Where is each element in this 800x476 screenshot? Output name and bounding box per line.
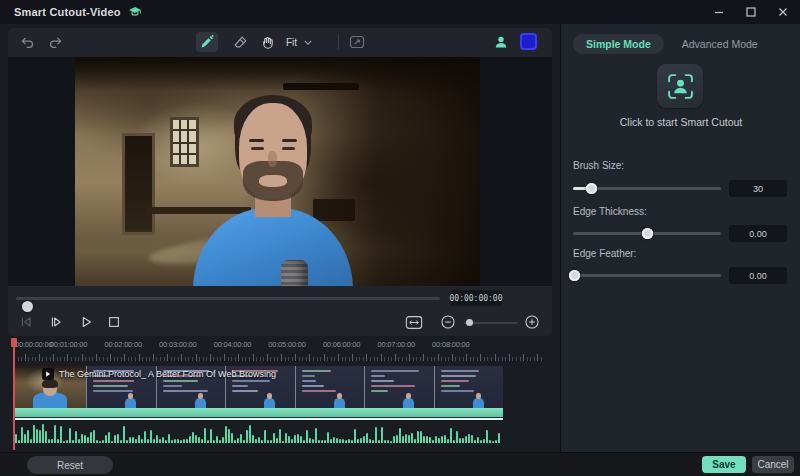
ruler-label: 00:01:00:00 (50, 340, 87, 349)
video-preview[interactable] (8, 57, 552, 286)
reset-button[interactable]: Reset (27, 456, 113, 474)
previous-frame-button[interactable] (16, 312, 36, 332)
edge-feather-handle[interactable] (569, 270, 580, 281)
smart-brush-button[interactable] (196, 32, 218, 52)
play-badge-icon (42, 368, 54, 380)
undo-button[interactable] (16, 32, 38, 52)
mode-tabs: Simple Mode Advanced Mode (573, 34, 758, 54)
zoom-in-button[interactable] (522, 312, 542, 332)
zoom-out-button[interactable] (438, 312, 458, 332)
webcam-figure (195, 398, 206, 408)
toolbar-separator (338, 35, 339, 49)
clip-segment (364, 366, 434, 408)
ruler-label: 00:00:00:00 (15, 340, 52, 349)
edge-feather-value[interactable]: 0.00 (729, 267, 787, 284)
cutout-settings-panel: Simple Mode Advanced Mode Click to start… (560, 24, 800, 452)
zoom-fit-dropdown[interactable]: Fit (280, 31, 326, 53)
clip-segment (295, 366, 365, 408)
webcam-figure (473, 398, 484, 408)
webcam-figure (334, 398, 345, 408)
scene-ceiling (75, 57, 480, 91)
ruler-label: 00:03:00:00 (159, 340, 196, 349)
save-button[interactable]: Save (702, 456, 746, 473)
play-button[interactable] (76, 312, 96, 332)
fit-timeline-button[interactable] (404, 312, 424, 332)
eraser-button[interactable] (230, 32, 252, 52)
timeline-zoom-handle[interactable] (466, 319, 473, 326)
mask-color-swatch[interactable] (520, 33, 537, 50)
microphone (281, 260, 308, 286)
ruler-label: 00:05:00:00 (268, 340, 305, 349)
tab-simple-mode[interactable]: Simple Mode (573, 34, 664, 54)
window-title: Smart Cutout-Video (14, 6, 121, 18)
scene-door (122, 133, 155, 235)
ruler-label: 00:04:00:00 (214, 340, 251, 349)
titlebar: Smart Cutout-Video (0, 0, 800, 24)
current-timecode: 00:00:00:00 (450, 290, 502, 306)
subject-person (193, 95, 353, 286)
brush-size-label: Brush Size: (573, 160, 624, 171)
stop-button[interactable] (104, 312, 124, 332)
ruler-label: 00:07:00:00 (377, 340, 414, 349)
close-button[interactable] (772, 2, 794, 22)
webcam-figure (264, 398, 275, 408)
timeline-ruler-ticks (0, 352, 560, 362)
maximize-button[interactable] (740, 2, 762, 22)
ruler-label: 00:06:00:00 (323, 340, 360, 349)
video-frame (75, 57, 480, 286)
tab-advanced-mode[interactable]: Advanced Mode (682, 38, 758, 50)
clip-title-text: The Gemini Protocol_ A Better Form Of We… (59, 369, 276, 379)
brush-size-handle[interactable] (586, 183, 597, 194)
ruler-label: 00:08:00:00 (432, 340, 469, 349)
webcam-figure (403, 398, 414, 408)
edge-thickness-handle[interactable] (642, 228, 653, 239)
webcam-figure (125, 398, 136, 408)
ruler-label: 00:02:00:00 (104, 340, 141, 349)
edge-thickness-slider[interactable] (573, 227, 721, 239)
preview-workarea: Fit (8, 28, 552, 336)
smart-cutout-window: Smart Cutout-Video (0, 0, 800, 476)
next-frame-button[interactable] (46, 312, 66, 332)
edge-feather-label: Edge Feather: (573, 248, 636, 259)
seek-row: 00:00:00:00 (8, 288, 552, 308)
timeline[interactable]: 00:00:00:0000:01:00:0000:02:00:0000:03:0… (0, 338, 560, 452)
start-smart-cutout-label: Click to start Smart Cutout (561, 116, 800, 128)
audio-clip-header[interactable] (15, 408, 503, 417)
chevron-down-icon (304, 40, 312, 45)
seek-slider[interactable] (16, 297, 440, 300)
window-controls (708, 0, 794, 24)
preview-quality-button[interactable] (346, 32, 368, 52)
audio-clip-divider (15, 418, 503, 420)
cancel-button[interactable]: Cancel (752, 456, 794, 473)
bottom-bar: Reset Save Cancel (0, 452, 800, 476)
start-smart-cutout-button[interactable] (657, 64, 703, 108)
clip-title-overlay: The Gemini Protocol_ A Better Form Of We… (42, 368, 276, 380)
transport-controls (8, 309, 552, 335)
preview-toolbar: Fit (8, 28, 552, 56)
edge-feather-slider[interactable] (573, 269, 721, 281)
playhead[interactable] (13, 338, 15, 450)
redo-button[interactable] (44, 32, 66, 52)
audio-waveform[interactable] (15, 421, 503, 443)
timeline-zoom-slider[interactable] (464, 322, 518, 324)
brush-size-slider[interactable] (573, 182, 721, 194)
portrait-preview-icon[interactable] (490, 32, 512, 52)
edge-thickness-value[interactable]: 0.00 (729, 225, 787, 242)
edge-thickness-label: Edge Thickness: (573, 206, 647, 217)
minimize-button[interactable] (708, 2, 730, 22)
clip-segment (434, 366, 504, 408)
tutorial-cap-icon[interactable] (128, 6, 142, 18)
brush-size-value[interactable]: 30 (729, 180, 787, 197)
hand-tool-button[interactable] (256, 32, 278, 52)
zoom-fit-value: Fit (286, 37, 297, 48)
